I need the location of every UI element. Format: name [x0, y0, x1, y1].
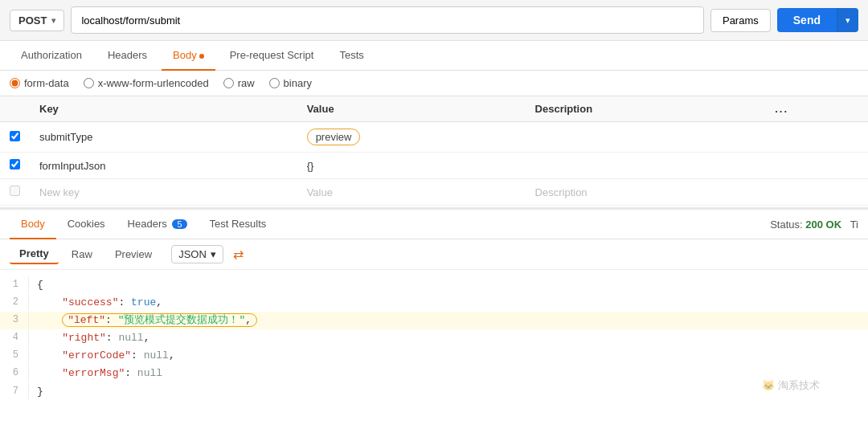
- tab-body[interactable]: Body: [162, 41, 215, 71]
- headers-badge: 5: [172, 219, 186, 229]
- table-row: submitType preview: [0, 122, 868, 153]
- watermark-icon: 🐱: [762, 379, 775, 391]
- row2-description: [526, 153, 766, 179]
- json-line-4: 4 "right": null,: [0, 329, 868, 347]
- row1-key[interactable]: submitType: [30, 122, 297, 153]
- url-input[interactable]: [71, 6, 704, 34]
- row2-checkbox-cell: [0, 153, 30, 179]
- top-bar: POST ▾ Params Send ▾: [0, 0, 868, 41]
- placeholder-value: Value: [297, 179, 526, 206]
- format-chevron-icon: ▾: [211, 248, 216, 260]
- row2-value[interactable]: {}: [297, 153, 526, 179]
- json-line-2: 2 "success": true,: [0, 294, 868, 312]
- json-content-1: {: [37, 276, 868, 294]
- line-number-4: 4: [0, 329, 29, 345]
- method-label: POST: [18, 14, 47, 27]
- json-line-5: 5 "errorCode": null,: [0, 347, 868, 365]
- row2-checkbox[interactable]: [10, 159, 20, 169]
- line-number-6: 6: [0, 365, 29, 381]
- send-dropdown-button[interactable]: ▾: [837, 8, 858, 32]
- radio-urlencoded[interactable]: x-www-form-urlencoded: [84, 77, 209, 89]
- status-truncated: Ti: [850, 218, 858, 231]
- method-chevron-icon: ▾: [51, 16, 55, 25]
- row1-value: preview: [297, 122, 526, 153]
- response-section: Body Cookies Headers 5 Test Results Stat…: [0, 207, 868, 407]
- placeholder-description-text: Description: [535, 186, 588, 198]
- view-tab-pretty[interactable]: Pretty: [10, 244, 59, 264]
- tab-tests[interactable]: Tests: [328, 41, 375, 71]
- radio-binary-input[interactable]: [269, 78, 280, 88]
- row1-checkbox-cell: [0, 122, 30, 153]
- send-group: Send ▾: [777, 8, 858, 32]
- view-tabs-row: Pretty Raw Preview JSON ▾ ⇄: [0, 239, 868, 270]
- radio-raw-input[interactable]: [223, 78, 234, 88]
- json-line-1: 1 {: [0, 276, 868, 294]
- response-tabs: Body Cookies Headers 5 Test Results Stat…: [0, 207, 868, 239]
- line-number-2: 2: [0, 294, 29, 310]
- row1-checkbox[interactable]: [10, 131, 20, 141]
- json-area: 1 { 2 "success": true, 3 "left": "预览模式提交…: [0, 270, 868, 407]
- wrap-icon[interactable]: ⇄: [233, 247, 244, 262]
- params-table: Key Value Description ... submitType pre…: [0, 96, 868, 206]
- request-tabs: Authorization Headers Body Pre-request S…: [0, 41, 868, 71]
- radio-raw[interactable]: raw: [223, 77, 255, 89]
- placeholder-key: New key: [30, 179, 297, 206]
- row2-key[interactable]: formInputJson: [30, 153, 297, 179]
- col-description-header: Description: [526, 96, 766, 122]
- table-header-row: Key Value Description ...: [0, 96, 868, 122]
- radio-form-data[interactable]: form-data: [10, 77, 69, 89]
- row1-actions: [765, 122, 868, 153]
- row1-value-highlighted[interactable]: preview: [307, 129, 361, 145]
- line-number-7: 7: [0, 383, 29, 399]
- line-number-1: 1: [0, 276, 29, 292]
- body-types: form-data x-www-form-urlencoded raw bina…: [0, 71, 868, 96]
- json-line-7: 7 }: [0, 383, 868, 401]
- method-selector[interactable]: POST ▾: [10, 10, 64, 31]
- view-tab-raw[interactable]: Raw: [62, 245, 102, 263]
- send-button[interactable]: Send: [777, 8, 837, 32]
- row1-description: [526, 122, 766, 153]
- json-content-4: "right": null,: [37, 329, 868, 347]
- tab-headers[interactable]: Headers: [96, 41, 158, 71]
- placeholder-actions: [765, 179, 868, 206]
- radio-binary[interactable]: binary: [269, 77, 312, 89]
- body-dot: [199, 54, 204, 59]
- placeholder-checkbox-cell: [0, 179, 30, 206]
- json-line-6: 6 "errorMsg": null: [0, 365, 868, 382]
- col-checkbox: [0, 96, 30, 122]
- watermark: 🐱 淘系技术: [762, 378, 820, 393]
- json-line-3: 3 "left": "预览模式提交数据成功！",: [0, 312, 868, 329]
- status-area: Status: 200 OK Ti: [770, 218, 858, 231]
- json-content-6: "errorMsg": null: [37, 365, 868, 382]
- radio-form-data-input[interactable]: [10, 78, 20, 88]
- response-tab-test-results[interactable]: Test Results: [199, 210, 278, 239]
- view-tab-preview[interactable]: Preview: [105, 245, 162, 263]
- line-number-5: 5: [0, 347, 29, 363]
- row2-actions: [765, 153, 868, 179]
- params-button[interactable]: Params: [710, 9, 771, 32]
- format-selector[interactable]: JSON ▾: [171, 245, 223, 263]
- json-content-7: }: [37, 383, 868, 401]
- response-tab-headers[interactable]: Headers 5: [117, 210, 199, 239]
- format-label: JSON: [178, 248, 207, 260]
- tab-authorization[interactable]: Authorization: [10, 41, 93, 71]
- status-value: 200 OK: [805, 218, 841, 231]
- watermark-text: 淘系技术: [778, 378, 820, 393]
- radio-urlencoded-input[interactable]: [84, 78, 94, 88]
- placeholder-description: Description: [526, 179, 766, 206]
- col-key-header: Key: [30, 96, 297, 122]
- placeholder-key-text: New key: [39, 186, 80, 198]
- table-row: formInputJson {}: [0, 153, 868, 179]
- json-content-5: "errorCode": null,: [37, 347, 868, 365]
- tab-pre-request-script[interactable]: Pre-request Script: [219, 41, 326, 71]
- json-content-2: "success": true,: [37, 294, 868, 312]
- col-value-header: Value: [297, 96, 526, 122]
- response-tab-cookies[interactable]: Cookies: [56, 210, 117, 239]
- status-label: Status:: [770, 218, 802, 231]
- line-number-3: 3: [0, 312, 29, 328]
- placeholder-value-text: Value: [307, 186, 333, 198]
- placeholder-checkbox: [10, 186, 20, 196]
- json-content-3: "left": "预览模式提交数据成功！",: [37, 312, 868, 329]
- col-actions-header: ...: [765, 96, 868, 122]
- response-tab-body[interactable]: Body: [10, 210, 56, 239]
